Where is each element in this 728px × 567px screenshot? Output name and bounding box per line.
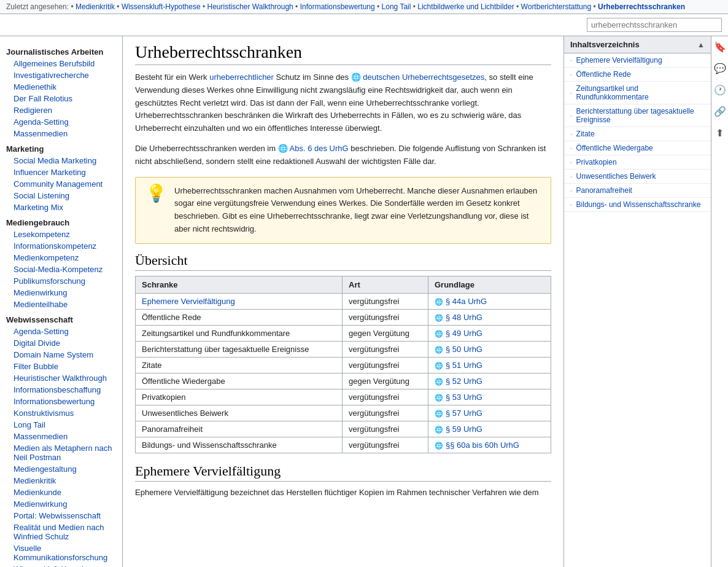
toc-link[interactable]: Panoramafreiheit	[576, 186, 632, 195]
globe-icon: 🌐	[435, 330, 443, 337]
sidebar-item-social-listening[interactable]: Social Listening	[0, 190, 122, 201]
table-cell-schranke: Unwesentliches Beiwerk	[136, 405, 343, 421]
sidebar-item-community-management[interactable]: Community Management	[0, 178, 122, 190]
sidebar-item-investigativ[interactable]: Investigativrecherche	[0, 69, 122, 81]
sidebar-item-digital-divide[interactable]: Digital Divide	[0, 337, 122, 349]
sidebar-item-informationsbeschaffung[interactable]: Informationsbeschaffung	[0, 384, 122, 396]
sidebar-item-filter-bubble[interactable]: Filter Bubble	[0, 361, 122, 372]
table-link-grundlage[interactable]: § 52 UrhG	[446, 377, 482, 386]
table-link-grundlage[interactable]: § 59 UrhG	[446, 424, 482, 434]
sidebar-item-mediengestaltung[interactable]: Mediengestaltung	[0, 463, 122, 475]
sidebar-item-massenmedien-j[interactable]: Massenmedien	[0, 128, 122, 139]
globe-icon-1: 🌐	[351, 72, 361, 82]
table-cell-grundlage: 🌐§ 57 UrhG	[428, 405, 551, 421]
recent-link-urheberrecht[interactable]: Urheberrechtsschranken	[598, 2, 685, 11]
recent-link-lichtbild[interactable]: Lichtbildwerke und Lichtbilder	[417, 2, 514, 11]
table-link-grundlage[interactable]: § 49 UrhG	[446, 329, 482, 338]
sidebar-item-medien-metaphern[interactable]: Medien als Metaphern nach Neil Postman	[0, 442, 122, 463]
recently-viewed-items: • Medienkritik • Wissenskluft-Hypothese …	[71, 2, 598, 11]
sidebar-item-heuristischer-walkthrough[interactable]: Heuristischer Walkthrough	[0, 372, 122, 384]
toc-item[interactable]: ◦Ephemere Vervielfältigung	[564, 53, 711, 68]
sidebar-item-realitaet-medien[interactable]: Realität und Medien nach Winfried Schulz	[0, 522, 122, 542]
sidebar-item-medienwirkung-m[interactable]: Medienwirkung	[0, 287, 122, 299]
toc-bullet: ◦	[570, 90, 573, 96]
toc-item[interactable]: ◦Panoramafreiheit	[564, 184, 711, 198]
sidebar-item-medienwirkung-w[interactable]: Medienwirkung	[0, 498, 122, 510]
sidebar-item-medienkunde[interactable]: Medienkunde	[0, 487, 122, 498]
intro-link-deutschen-urhg[interactable]: deutschen Urheberrechtsgesetzes	[363, 72, 484, 82]
bookmark-icon[interactable]: 🔖	[714, 41, 726, 53]
table-link-grundlage[interactable]: § 48 UrhG	[446, 313, 482, 322]
sidebar-item-informationsbewertung[interactable]: Informationsbewertung	[0, 396, 122, 407]
globe-icon: 🌐	[435, 426, 443, 433]
recent-link-medienkritik[interactable]: Medienkritik	[76, 2, 115, 11]
sidebar-item-portal-webwiss[interactable]: Portal: Webwissenschaft	[0, 510, 122, 522]
intro-link-urheberrechtlicher[interactable]: urheberrechtlicher	[209, 72, 274, 82]
sidebar-item-social-media-kompetenz[interactable]: Social-Media-Kompetenz	[0, 264, 122, 275]
toc-item[interactable]: ◦Unwesentliches Beiwerk	[564, 170, 711, 184]
sidebar-item-marketing-mix[interactable]: Marketing Mix	[0, 201, 122, 213]
sidebar-item-relotius[interactable]: Der Fall Relotius	[0, 93, 122, 104]
sidebar-item-redigieren[interactable]: Redigieren	[0, 104, 122, 116]
toc-link[interactable]: Berichterstattung über tagesaktuelle Ere…	[576, 107, 705, 124]
sidebar-item-agenda-setting-j[interactable]: Agenda-Setting	[0, 116, 122, 128]
sidebar-item-publikumsforschung[interactable]: Publikumsforschung	[0, 275, 122, 287]
sidebar-item-medienkritik[interactable]: Medienkritik	[0, 475, 122, 487]
table-link-grundlage[interactable]: § 44a UrhG	[446, 297, 487, 306]
recent-link-infobewertung[interactable]: Informationsbewertung	[300, 2, 375, 11]
toc-link[interactable]: Privatkopien	[576, 158, 617, 166]
search-input[interactable]	[587, 18, 722, 32]
toc-link[interactable]: Zeitungsartikel und Rundfunkkommentare	[576, 84, 705, 101]
sidebar-item-medienkompetenz[interactable]: Medienkompetenz	[0, 252, 122, 264]
table-link-grundlage[interactable]: § 50 UrhG	[446, 345, 482, 354]
sidebar-item-influencer-marketing[interactable]: Influencer Marketing	[0, 166, 122, 178]
toc-link[interactable]: Ephemere Vervielfältigung	[576, 56, 662, 65]
sidebar-item-wissenskluft[interactable]: Wissenskluft-Hypothese	[0, 563, 122, 567]
toc-item[interactable]: ◦Zitate	[564, 127, 711, 141]
sidebar-item-massenmedien-w[interactable]: Massenmedien	[0, 431, 122, 442]
table-cell-grundlage: 🌐§ 52 UrhG	[428, 373, 551, 389]
recent-link-wissenskluft[interactable]: Wissenskluft-Hypothese	[122, 2, 201, 11]
sidebar-item-agenda-setting-w[interactable]: Agenda-Setting	[0, 326, 122, 337]
history-icon[interactable]: 🕐	[714, 84, 726, 96]
table-link-grundlage[interactable]: § 57 UrhG	[446, 409, 482, 418]
toc-item[interactable]: ◦Berichterstattung über tagesaktuelle Er…	[564, 104, 711, 127]
recent-link-heuristisch[interactable]: Heuristischer Walkthrough	[207, 2, 293, 11]
toc-item[interactable]: ◦Zeitungsartikel und Rundfunkkommentare	[564, 82, 711, 104]
sidebar-item-long-tail[interactable]: Long Tail	[0, 419, 122, 431]
table-link-grundlage[interactable]: § 51 UrhG	[446, 361, 482, 370]
globe-icon: 🌐	[435, 410, 443, 417]
toc-item[interactable]: ◦Öffentliche Rede	[564, 68, 711, 82]
scroll-up-icon[interactable]: ⬆	[716, 127, 724, 139]
page-intro-2: Die Urheberrechtsschranken werden im 🌐 A…	[135, 143, 551, 168]
intro2-link-abs6[interactable]: Abs. 6 des UrhG	[290, 144, 349, 153]
table-link-grundlage[interactable]: § 53 UrhG	[446, 393, 482, 402]
toc-collapse-button[interactable]: ▲	[697, 41, 705, 49]
toc-item[interactable]: ◦Privatkopien	[564, 155, 711, 170]
sidebar-item-allgemeines[interactable]: Allgemeines Berufsbild	[0, 58, 122, 69]
sidebar-item-informationskompetenz[interactable]: Informationskompetenz	[0, 240, 122, 252]
sidebar-item-medienethik[interactable]: Medienethik	[0, 81, 122, 93]
info-box: 💡 Urheberrechtsschranken machen Ausnahme…	[135, 177, 551, 244]
toc-link[interactable]: Öffentliche Wiedergabe	[576, 144, 653, 152]
toc-link[interactable]: Zitate	[576, 130, 595, 138]
toc-item[interactable]: ◦Bildungs- und Wissenschaftsschranke	[564, 198, 711, 212]
table-header-grundlage: Grundlage	[428, 276, 551, 293]
table-link-schranke[interactable]: Ephemere Vervielfältigung	[142, 297, 235, 306]
recent-link-wortbericht[interactable]: Wortberichterstattung	[521, 2, 592, 11]
sidebar-item-medienteilhabe[interactable]: Medienteilhabe	[0, 299, 122, 310]
toc-link[interactable]: Bildungs- und Wissenschaftsschranke	[576, 200, 701, 209]
sidebar-item-visuelle-komm[interactable]: Visuelle Kommunikationsforschung	[0, 542, 122, 563]
sidebar-item-social-media-marketing[interactable]: Social Media Marketing	[0, 155, 122, 166]
sidebar-item-domain-name-system[interactable]: Domain Name System	[0, 349, 122, 361]
sidebar-item-konstruktivismus[interactable]: Konstruktivismus	[0, 407, 122, 419]
toc-item[interactable]: ◦Öffentliche Wiedergabe	[564, 141, 711, 155]
table-link-grundlage[interactable]: §§ 60a bis 60h UrhG	[446, 440, 519, 450]
toc-link[interactable]: Öffentliche Rede	[576, 70, 631, 79]
sidebar-section-mediengebrauch: Mediengebrauch	[0, 213, 122, 229]
discuss-icon[interactable]: 💬	[714, 63, 726, 74]
backlinks-icon[interactable]: 🔗	[714, 106, 726, 117]
recent-link-longtail[interactable]: Long Tail	[382, 2, 411, 11]
toc-link[interactable]: Unwesentliches Beiwerk	[576, 172, 656, 181]
sidebar-item-lesekompetenz[interactable]: Lesekompetenz	[0, 229, 122, 240]
